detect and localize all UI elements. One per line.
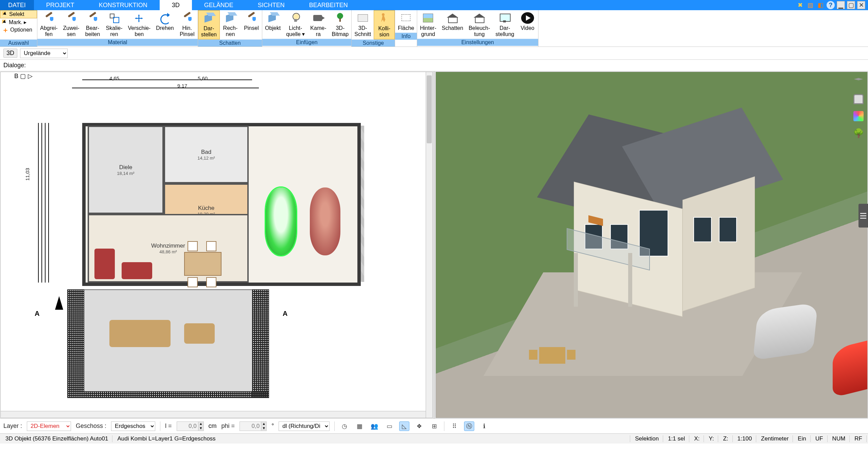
viewport-2d[interactable]: 4,65 5,60 9,17 11,03 B ▢ Bad 14,12 m² Di… <box>0 72 433 418</box>
help-icon[interactable]: ? <box>827 1 835 9</box>
tool-icon-2[interactable]: ▧ <box>806 1 814 9</box>
spin-down[interactable]: ▼ <box>198 426 203 431</box>
ribbon-group-auswahl: Selekt Mark. ▸ ＋Optionen Auswahl <box>0 10 37 47</box>
maximize-button[interactable]: ▢ <box>847 1 855 9</box>
ribbon-video-button[interactable]: Video <box>517 10 538 39</box>
options-mode[interactable]: ＋Optionen <box>0 26 37 34</box>
palette-layers-icon[interactable] <box>852 76 865 88</box>
ribbon-group-info: FlächeInfo <box>395 10 417 47</box>
menu-konstruktion[interactable]: KONSTRUKTION <box>87 0 160 10</box>
hedge <box>67 289 84 398</box>
length-label: l = <box>165 422 172 430</box>
room-name: Diele <box>119 164 132 171</box>
ribbon-3dschnitt-button[interactable]: 3D- Schnitt <box>352 10 374 39</box>
furniture-sofa[interactable] <box>122 262 152 279</box>
ribbon-beleuchtung-button[interactable]: Beleuch- tung <box>466 10 493 39</box>
furniture-chair[interactable] <box>206 241 216 251</box>
furniture-chair[interactable] <box>188 277 198 287</box>
ribbon-hintergrund-button[interactable]: Hinter- grund <box>417 10 439 39</box>
tool-icon-1[interactable]: ✖ <box>796 1 804 9</box>
spin-down[interactable]: ▼ <box>261 426 266 431</box>
menu-3d[interactable]: 3D <box>160 0 192 10</box>
ribbon-bearbeiten-button[interactable]: Bear- beiten <box>82 10 103 39</box>
layer-select[interactable]: 2D-Elemen <box>27 421 71 431</box>
palette-materials-icon[interactable] <box>852 110 865 122</box>
close-button[interactable]: ✕ <box>857 1 865 9</box>
move-icon <box>133 12 146 24</box>
menu-file[interactable]: DATEI <box>0 0 34 10</box>
object-car-selected[interactable] <box>266 187 296 255</box>
object-car[interactable] <box>310 187 340 255</box>
room-bad[interactable]: Bad 14,12 m² <box>164 126 249 183</box>
cursor-icon <box>2 12 8 17</box>
ribbon-kamera-button[interactable]: Kame- ra <box>307 10 329 39</box>
ribbon-rechnen-button[interactable]: Rech- nen <box>220 10 241 39</box>
floor-select[interactable]: Erdgeschos <box>111 421 155 431</box>
mode-badge: 3D <box>3 49 17 58</box>
minimize-button[interactable]: ▁ <box>837 1 845 9</box>
snap-time-icon[interactable]: ◷ <box>339 421 350 431</box>
ribbon-zuweisen-button[interactable]: Zuwei- sen <box>60 10 82 39</box>
ribbon-flaeche-button[interactable]: Fläche <box>395 10 417 33</box>
menu-gelaende[interactable]: GELÄNDE <box>192 0 246 10</box>
furniture-chair[interactable] <box>206 277 216 287</box>
workspace: 4,65 5,60 9,17 11,03 B ▢ Bad 14,12 m² Di… <box>0 71 868 418</box>
furniture-sofa[interactable] <box>94 249 115 279</box>
context-bar: 3D Urgelände <box>0 47 868 60</box>
ribbon-verschieben-button[interactable]: Verschie- ben <box>125 10 154 39</box>
ribbon-3dbitmap-button[interactable]: 3D- Bitmap <box>329 10 351 39</box>
snap-angle-icon[interactable]: ◺ <box>399 421 409 431</box>
snap-tool-icon[interactable]: ▭ <box>384 421 394 431</box>
view-splitter[interactable] <box>433 71 435 418</box>
scrollbar-thumb[interactable] <box>427 75 432 143</box>
ribbon-drehen-button[interactable]: Drehen <box>153 10 176 39</box>
ribbon-hinpinsel-button[interactable]: Hin. Pinsel <box>177 10 198 39</box>
scrollbar-horizontal[interactable] <box>1 411 426 418</box>
furniture-outdoor[interactable] <box>184 323 215 344</box>
ribbon-darstellen-button[interactable]: Dar- stellen <box>198 10 220 39</box>
mark-mode[interactable]: Mark. ▸ <box>0 18 37 26</box>
ribbon-kollision-button[interactable]: Kolli- sion <box>374 10 395 39</box>
tool-icon-3[interactable]: ◧ <box>816 1 825 9</box>
snap-person-icon[interactable]: 👥 <box>369 421 379 431</box>
scrollbar-vertical[interactable] <box>426 72 432 418</box>
snap-layers-icon[interactable]: ❖ <box>414 421 424 431</box>
angle-input[interactable]: ▲▼ <box>240 421 267 431</box>
palette-furniture-icon[interactable] <box>852 93 865 105</box>
ribbon-objekt-button[interactable]: Objekt <box>262 10 283 39</box>
menu-projekt[interactable]: PROJEKT <box>34 0 87 10</box>
viewport-3d[interactable] <box>436 72 868 418</box>
ribbon-abgreifen-button[interactable]: Abgrei- fen <box>37 10 60 39</box>
length-field[interactable] <box>177 423 198 430</box>
room-diele[interactable]: Diele 18,14 m² <box>88 126 164 214</box>
circle-n-icon[interactable]: Ⓝ <box>464 421 474 431</box>
furniture-chair[interactable] <box>188 241 198 251</box>
side-palette: 🌳 <box>849 71 868 139</box>
palette-grip[interactable] <box>858 204 868 228</box>
length-input[interactable]: ▲▼ <box>177 421 204 431</box>
pillar <box>628 253 632 307</box>
info-icon[interactable]: ℹ <box>479 421 489 431</box>
furniture-table[interactable] <box>184 252 222 276</box>
ribbon-skalieren-button[interactable]: Skalie- ren <box>103 10 125 39</box>
ribbon-lichtquelle-button[interactable]: Licht- quelle ▾ <box>283 10 307 39</box>
menu-sichten[interactable]: SICHTEN <box>246 0 297 10</box>
terrain-select[interactable]: Urgelände <box>20 49 68 58</box>
snap-ortho-icon[interactable]: ⊞ <box>429 421 439 431</box>
snap-grid-icon[interactable]: ▦ <box>354 421 365 431</box>
spin-up[interactable]: ▲ <box>261 422 266 426</box>
ribbon-pinsel-button[interactable]: Pinsel <box>241 10 262 39</box>
grid-dots-icon[interactable]: ⠿ <box>449 421 459 431</box>
palette-plants-icon[interactable]: 🌳 <box>852 127 865 139</box>
ribbon-darstellung-button[interactable]: Dar- stellung <box>493 10 517 39</box>
mark-label: Mark. <box>9 19 22 25</box>
cube-icon <box>202 13 215 24</box>
spin-up[interactable]: ▲ <box>198 422 203 426</box>
furniture-outdoor[interactable] <box>109 320 171 347</box>
angle-field[interactable] <box>240 423 261 430</box>
menu-bearbeiten[interactable]: BEARBEITEN <box>297 0 360 10</box>
select-mode[interactable]: Selekt <box>0 10 37 18</box>
ribbon-group-sonstige: 3D- SchnittKolli- sionSonstige <box>352 10 395 47</box>
ribbon-schatten2-button[interactable]: Schatten <box>439 10 466 39</box>
direction-select[interactable]: dl (Richtung/Di <box>279 421 330 431</box>
